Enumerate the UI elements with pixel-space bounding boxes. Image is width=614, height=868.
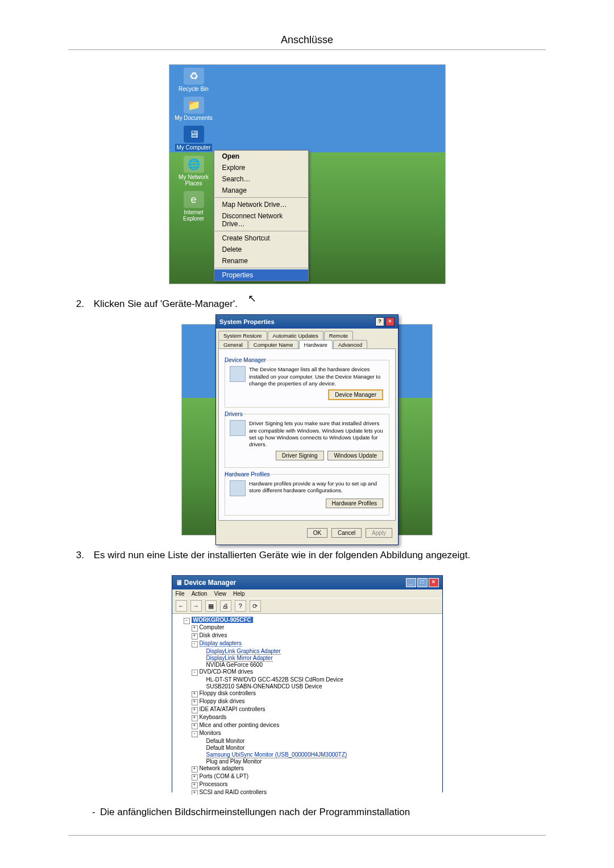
collapse-icon[interactable]: - — [184, 618, 190, 624]
tree-node[interactable]: Display adapters — [200, 640, 242, 647]
tree-leaf[interactable]: SUSB2010 SABN-ONENANDCD USB Device — [206, 683, 322, 690]
tree-node[interactable]: Disk drives — [200, 632, 227, 638]
window-titlebar: 🖥 Device Manager _ □ × — [172, 576, 442, 589]
step-text: Klicken Sie auf 'Geräte-Manager'. — [94, 298, 546, 310]
hardware-profiles-button[interactable]: Hardware Profiles — [326, 499, 383, 508]
desktop-icon[interactable]: ♻Recycle Bin — [174, 68, 214, 92]
tab[interactable]: Automatic Updates — [268, 331, 323, 340]
context-menu-item[interactable]: Open — [214, 151, 308, 162]
tree-node[interactable]: DVD/CD-ROM drives — [200, 668, 253, 675]
icon-label: Recycle Bin — [174, 86, 214, 92]
tree-node[interactable]: IDE ATA/ATAPI controllers — [200, 706, 265, 712]
windows-update-button[interactable]: Windows Update — [327, 451, 383, 460]
tree-leaf[interactable]: Default Monitor — [206, 738, 245, 744]
tab[interactable]: System Restore — [218, 331, 267, 340]
tab[interactable]: General — [218, 340, 248, 349]
properties-button[interactable]: ▦ — [205, 600, 217, 612]
device-manager-button[interactable]: Device Manager — [328, 389, 383, 400]
help-button[interactable]: ? — [375, 317, 384, 326]
icon-glyph: 🌐 — [184, 156, 204, 173]
context-menu-item[interactable]: Search… — [214, 173, 308, 185]
context-menu-item[interactable]: Manage — [214, 185, 308, 196]
expand-icon[interactable]: + — [192, 633, 198, 639]
help-button[interactable]: ? — [235, 600, 246, 612]
expand-icon[interactable]: - — [192, 731, 198, 737]
expand-icon[interactable]: - — [192, 670, 198, 676]
step-number: 2. — [68, 298, 84, 310]
close-button[interactable]: × — [385, 317, 395, 326]
cancel-button[interactable]: Cancel — [331, 528, 362, 538]
tab[interactable]: Advanced — [333, 340, 367, 349]
menu-item[interactable]: Help — [233, 591, 245, 597]
desktop-icon[interactable]: 🖥My Computer — [174, 126, 214, 151]
tree-node[interactable]: Network adapters — [200, 765, 244, 771]
screenshot-system-properties: System Properties ? × System RestoreAuto… — [181, 324, 433, 535]
dialog-titlebar: System Properties ? × — [216, 315, 398, 329]
device-manager-icon — [230, 366, 246, 382]
minimize-button[interactable]: _ — [406, 578, 416, 587]
driver-signing-button[interactable]: Driver Signing — [276, 451, 324, 460]
context-menu-item[interactable]: Create Shortcut — [214, 232, 308, 244]
tree-node[interactable]: Ports (COM & LPT) — [200, 773, 249, 779]
desktop-icon[interactable]: 📁My Documents — [174, 97, 214, 121]
icon-label: My Documents — [174, 115, 214, 121]
forward-button[interactable]: → — [190, 600, 202, 612]
tree-leaf[interactable]: Samsung UbiSync Monitor (USB_000000H4JM3… — [206, 751, 347, 758]
tree-leaf[interactable]: Plug and Play Monitor — [206, 758, 262, 765]
tree-node[interactable]: Monitors — [200, 730, 221, 736]
expand-icon[interactable]: + — [192, 723, 198, 729]
tree-node[interactable]: SCSI and RAID controllers — [200, 789, 267, 795]
desktop-icon[interactable]: 🌐My Network Places — [174, 156, 214, 186]
context-menu-item[interactable]: Disconnect Network Drive… — [214, 210, 308, 230]
hardware-profiles-icon — [230, 480, 246, 496]
menu-item[interactable]: File — [176, 591, 185, 597]
tab[interactable]: Hardware — [299, 340, 333, 349]
apply-button[interactable]: Apply — [366, 528, 392, 538]
tree-leaf[interactable]: DisplayLink Graphics Adapter — [206, 648, 281, 655]
expand-icon[interactable]: + — [192, 774, 198, 780]
context-menu: OpenExploreSearch…ManageMap Network Driv… — [214, 150, 309, 281]
tree-leaf[interactable]: DisplayLink Mirror Adapter — [206, 655, 273, 662]
context-menu-item[interactable]: Explore — [214, 162, 308, 173]
tree-node[interactable]: Computer — [200, 624, 225, 630]
close-button[interactable]: × — [429, 578, 439, 587]
ok-button[interactable]: OK — [307, 528, 327, 538]
icon-glyph: ♻ — [184, 68, 204, 85]
context-menu-item[interactable]: Properties — [214, 269, 308, 281]
expand-icon[interactable]: - — [192, 641, 198, 647]
device-manager-text: The Device Manager lists all the hardwar… — [249, 366, 384, 387]
tree-root[interactable]: WORKGROU-905CFC — [192, 617, 253, 623]
context-menu-item[interactable]: Delete — [214, 244, 308, 255]
dialog-title: System Properties — [219, 318, 275, 325]
maximize-button[interactable]: □ — [417, 578, 428, 587]
expand-icon[interactable]: + — [192, 766, 198, 773]
screenshot-device-manager: 🖥 Device Manager _ □ × FileActionViewHel… — [172, 575, 443, 792]
context-menu-item[interactable]: Map Network Drive… — [214, 199, 308, 210]
tab[interactable]: Remote — [324, 331, 353, 340]
tree-leaf[interactable]: HL-DT-ST RW/DVD GCC-4522B SCSI CdRom Dev… — [206, 676, 343, 683]
menu-item[interactable]: View — [214, 591, 226, 597]
expand-icon[interactable]: + — [192, 782, 198, 788]
expand-icon[interactable]: + — [192, 691, 198, 697]
expand-icon[interactable]: + — [192, 625, 198, 632]
icon-label: My Network Places — [174, 174, 214, 186]
scan-button[interactable]: ⟳ — [250, 600, 261, 612]
screenshot-desktop: ♻Recycle Bin📁My Documents🖥My Computer🌐My… — [169, 64, 446, 284]
tree-node[interactable]: Floppy disk controllers — [200, 690, 256, 696]
menu-item[interactable]: Action — [192, 591, 208, 597]
tree-node[interactable]: Keyboards — [200, 714, 227, 720]
back-button[interactable]: ← — [176, 600, 187, 612]
context-menu-item[interactable]: Rename — [214, 255, 308, 267]
expand-icon[interactable]: + — [192, 790, 198, 795]
tab[interactable]: Computer Name — [248, 340, 298, 349]
tree-node[interactable]: Floppy disk drives — [200, 698, 245, 704]
print-button[interactable]: 🖨 — [220, 600, 231, 612]
expand-icon[interactable]: + — [192, 707, 198, 713]
tree-node[interactable]: Processors — [200, 781, 228, 787]
desktop-icon[interactable]: eInternet Explorer — [174, 191, 214, 222]
expand-icon[interactable]: + — [192, 715, 198, 721]
tree-node[interactable]: Mice and other pointing devices — [200, 722, 280, 728]
expand-icon[interactable]: + — [192, 699, 198, 705]
tree-leaf[interactable]: Default Monitor — [206, 745, 245, 751]
tree-leaf[interactable]: NVIDIA GeForce 6600 — [206, 662, 263, 668]
